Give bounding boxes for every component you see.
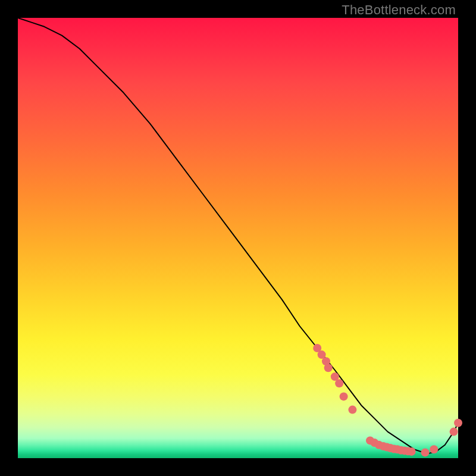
scatter-dot: [335, 379, 343, 387]
chart-overlay-svg: [18, 18, 458, 458]
scatter-dot: [430, 445, 438, 453]
watermark-text: TheBottleneck.com: [342, 2, 456, 18]
chart-frame: TheBottleneck.com: [0, 0, 476, 476]
scatter-dot: [450, 428, 458, 436]
scatter-dot: [421, 448, 430, 456]
scatter-dot: [348, 406, 356, 414]
bottleneck-curve: [18, 18, 458, 454]
scatter-dot: [324, 364, 333, 372]
scatter-dot: [408, 447, 416, 456]
scatter-dot: [340, 392, 348, 400]
scatter-group: [313, 344, 462, 456]
scatter-dot: [454, 419, 462, 427]
